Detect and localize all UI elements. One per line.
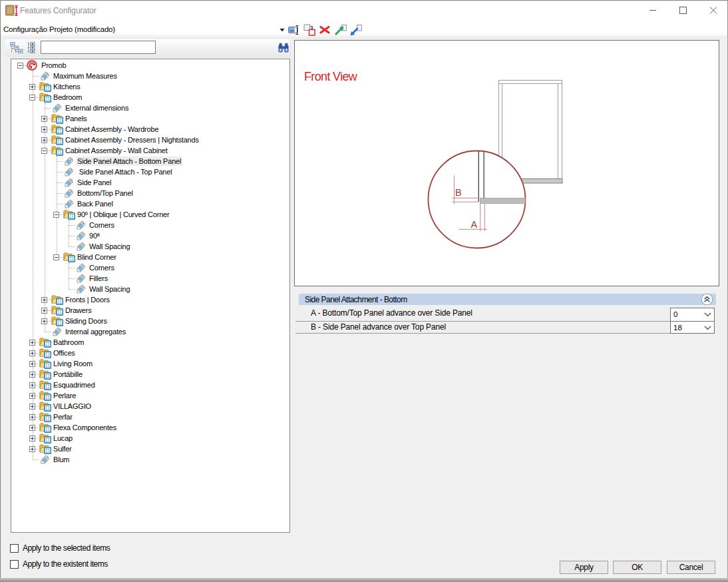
svg-text:B: B: [455, 187, 462, 198]
svg-text:A: A: [471, 219, 478, 230]
